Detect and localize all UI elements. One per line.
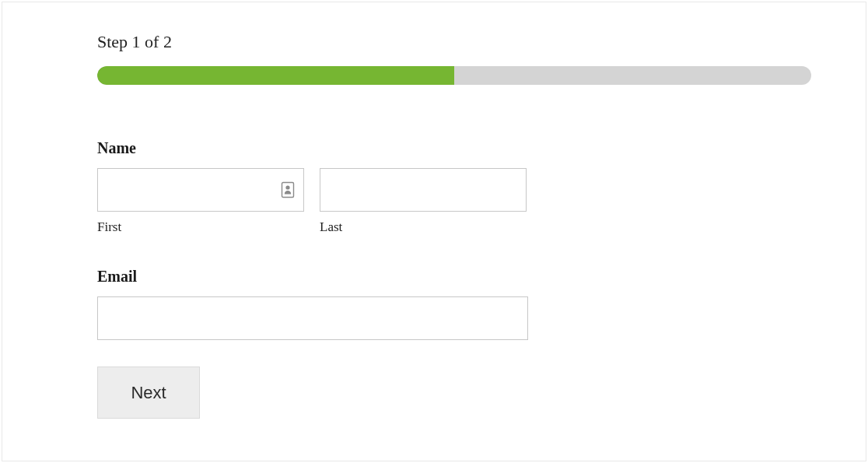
last-sublabel: Last — [320, 219, 527, 235]
first-name-field: First — [97, 168, 304, 235]
email-field: Email — [97, 268, 811, 340]
first-name-input[interactable] — [97, 168, 304, 212]
last-name-input[interactable] — [320, 168, 527, 212]
next-button[interactable]: Next — [97, 367, 200, 419]
email-input[interactable] — [97, 296, 528, 340]
last-name-field: Last — [320, 168, 527, 235]
name-row: First Last — [97, 168, 811, 235]
form-container: Step 1 of 2 Name First Last Em — [2, 2, 866, 461]
step-label: Step 1 of 2 — [97, 32, 811, 52]
first-sublabel: First — [97, 219, 304, 235]
name-label: Name — [97, 139, 811, 157]
email-label: Email — [97, 268, 811, 286]
progress-fill — [97, 66, 454, 85]
progress-bar — [97, 66, 811, 85]
